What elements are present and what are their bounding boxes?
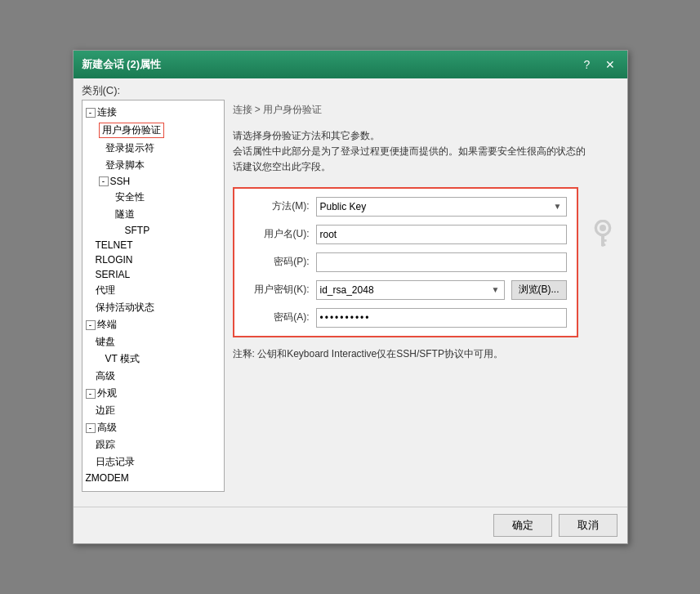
expander-wai-guan[interactable]: -	[86, 389, 96, 399]
username-row: 用户名(U):	[244, 225, 567, 244]
expander-zhong-duan[interactable]: -	[86, 320, 96, 330]
main-content: - 连接 用户身份验证 登录提示符 登录脚本 - SSH	[74, 100, 627, 500]
password-row: 密码(P):	[244, 252, 567, 272]
sidebar-item-serial[interactable]: SERIAL	[82, 267, 224, 282]
method-select[interactable]: Password Public Key Keyboard Interactive…	[316, 197, 567, 217]
svg-rect-3	[601, 239, 607, 242]
method-row: 方法(M): Password Public Key Keyboard Inte…	[244, 197, 567, 217]
sidebar-item-ssh[interactable]: - SSH	[82, 174, 224, 189]
svg-rect-4	[601, 243, 605, 246]
sidebar-item-bao-chi[interactable]: 保持活动状态	[82, 299, 224, 316]
browse-button[interactable]: 浏览(B)...	[511, 280, 567, 300]
sidebar-item-lian-jie[interactable]: - 连接	[82, 104, 224, 121]
sidebar-item-deng-lu-jiao-ben[interactable]: 登录脚本	[82, 157, 224, 174]
cancel-button[interactable]: 取消	[559, 514, 618, 537]
expander-ssh[interactable]: -	[99, 176, 109, 186]
sidebar-item-jian-pan[interactable]: 键盘	[82, 333, 224, 351]
note-text: 注释: 公钥和Keyboard Interactive仅在SSH/SFTP协议中…	[233, 347, 619, 361]
sidebar-item-gen-zong[interactable]: 跟踪	[82, 436, 224, 453]
passphrase-row: 密码(A):	[244, 308, 567, 328]
category-label: 类别(C):	[74, 78, 627, 100]
form-area: 方法(M): Password Public Key Keyboard Inte…	[233, 187, 578, 337]
expander-gao-ji[interactable]: -	[86, 423, 96, 433]
sidebar-item-bian-ju[interactable]: 边距	[82, 402, 224, 419]
dialog-body: 类别(C): - 连接 用户身份验证 登录提示符 登录脚本	[74, 78, 627, 543]
description-line3: 话建议您空出此字段。	[233, 161, 331, 172]
key-icon-area	[586, 187, 619, 252]
userkey-dropdown-wrapper: id_rsa_2048 id_rsa_4096 ▼	[316, 280, 505, 300]
sidebar-item-zmodem[interactable]: ZMODEM	[82, 471, 224, 485]
title-bar-buttons: ? ✕	[578, 56, 619, 74]
method-dropdown-wrapper: Password Public Key Keyboard Interactive…	[316, 197, 567, 217]
passphrase-input[interactable]	[316, 308, 567, 328]
userkey-label: 用户密钥(K):	[244, 283, 310, 297]
description: 请选择身份验证方法和其它参数。 会话属性中此部分是为了登录过程更便捷而提供的。如…	[233, 128, 619, 176]
passphrase-label: 密码(A):	[244, 310, 310, 324]
close-button[interactable]: ✕	[601, 56, 619, 74]
sidebar-item-vt-mo-shi[interactable]: VT 模式	[82, 351, 224, 368]
description-line1: 请选择身份验证方法和其它参数。	[233, 130, 380, 141]
sidebar-item-yong-hu-shen-fen[interactable]: 用户身份验证	[82, 121, 224, 140]
dialog-title: 新建会话 (2)属性	[82, 57, 162, 72]
sidebar-item-sui-dao[interactable]: 隧道	[82, 206, 224, 223]
breadcrumb: 连接 > 用户身份验证	[233, 100, 619, 122]
svg-point-1	[600, 225, 606, 231]
username-label: 用户名(U):	[244, 227, 310, 241]
sidebar-item-dai-li[interactable]: 代理	[82, 282, 224, 299]
description-line2: 会话属性中此部分是为了登录过程更便捷而提供的。如果需要安全性很高的状态的	[233, 145, 586, 157]
sidebar-item-zhong-duan[interactable]: - 终端	[82, 316, 224, 333]
sidebar-item-telnet[interactable]: TELNET	[82, 238, 224, 252]
password-input[interactable]	[316, 252, 567, 272]
dialog: 新建会话 (2)属性 ? ✕ 类别(C): - 连接 用户身份验证	[73, 50, 628, 544]
dialog-footer: 确定 取消	[74, 507, 627, 543]
password-label: 密码(P):	[244, 255, 310, 269]
title-bar: 新建会话 (2)属性 ? ✕	[74, 51, 627, 78]
sidebar-item-gao-ji-wai-guan[interactable]: - 高级	[82, 419, 224, 436]
username-input[interactable]	[316, 225, 567, 244]
key-icon	[586, 220, 619, 252]
userkey-row: 用户密钥(K): id_rsa_2048 id_rsa_4096 ▼ 浏览(B)…	[244, 280, 567, 300]
sidebar-item-an-quan-xing[interactable]: 安全性	[82, 189, 224, 206]
method-label: 方法(M):	[244, 199, 310, 213]
form-outer-wrapper: 方法(M): Password Public Key Keyboard Inte…	[233, 187, 619, 337]
userkey-select[interactable]: id_rsa_2048 id_rsa_4096	[316, 280, 505, 300]
sidebar-item-deng-lu-ti-shi[interactable]: 登录提示符	[82, 140, 224, 157]
sidebar-item-gao-ji-zhong-duan[interactable]: 高级	[82, 368, 224, 385]
ok-button[interactable]: 确定	[493, 514, 552, 537]
sidebar-item-wai-guan[interactable]: - 外观	[82, 385, 224, 402]
expander-lian-jie[interactable]: -	[86, 108, 96, 118]
right-panel: 连接 > 用户身份验证 请选择身份验证方法和其它参数。 会话属性中此部分是为了登…	[233, 100, 619, 492]
sidebar-item-ri-zhi-ji-lu[interactable]: 日志记录	[82, 453, 224, 471]
sidebar-tree: - 连接 用户身份验证 登录提示符 登录脚本 - SSH	[82, 100, 225, 492]
sidebar-item-rlogin[interactable]: RLOGIN	[82, 252, 224, 267]
sidebar-item-sftp[interactable]: SFTP	[82, 223, 224, 238]
help-button[interactable]: ?	[578, 56, 596, 74]
